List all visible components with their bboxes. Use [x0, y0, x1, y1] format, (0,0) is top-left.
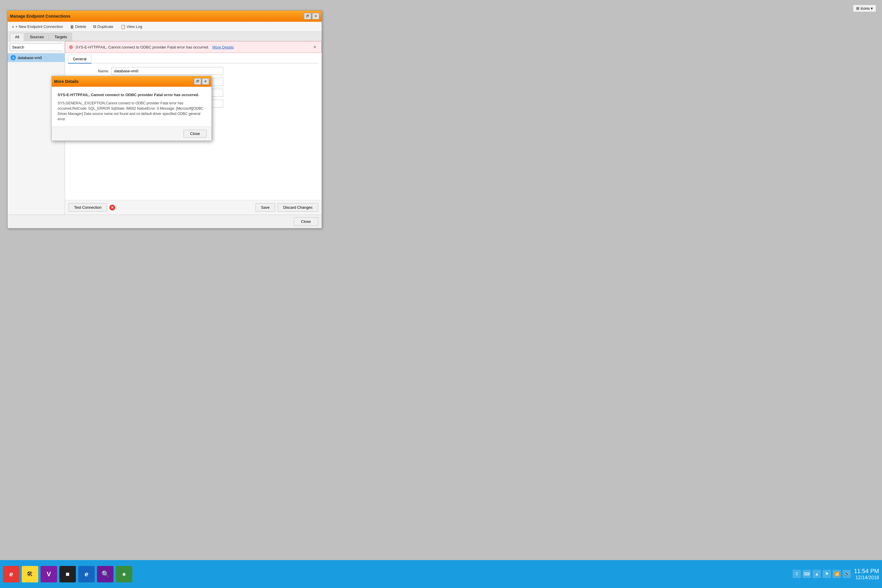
search-input[interactable]	[10, 44, 63, 51]
delete-button[interactable]: 🗑 Delete	[69, 24, 88, 30]
name-row: Name:	[68, 67, 319, 75]
duplicate-icon: ⧉	[93, 24, 96, 29]
test-connection-button[interactable]: Test Connection	[69, 203, 107, 212]
dialog-titlebar: More Details 🗗 ✕	[52, 76, 212, 87]
sys-icon-network: 📶	[832, 570, 841, 578]
connection-name: database-vm0	[18, 56, 42, 60]
window-controls: 🗗 ✕	[304, 13, 319, 20]
main-close-button[interactable]: Close	[294, 217, 318, 226]
search-box: 🔍	[10, 44, 62, 51]
restore-button[interactable]: 🗗	[304, 13, 311, 20]
titlebar: Manage Endpoint Connections 🗗 ✕	[8, 10, 322, 22]
error-banner: ⊗ SYS-E-HTTPFAIL, Cannot connect to ODBC…	[65, 41, 322, 53]
more-details-link[interactable]: More Details	[212, 45, 234, 50]
taskbar-icon-6[interactable]: ●	[116, 566, 132, 582]
bottom-buttons: Test Connection ✕ Save Discard Changes	[65, 200, 322, 214]
sys-icon-arrow: ▲	[813, 570, 821, 578]
plus-icon: +	[12, 24, 14, 29]
error-message: SYS-E-HTTPFAIL, Cannot connect to ODBC p…	[75, 45, 310, 50]
new-endpoint-button[interactable]: + + New Endpoint Connection	[10, 24, 64, 30]
taskbar-time: 11:54 PM 12/14/2018	[854, 567, 879, 581]
dialog-restore-icon: 🗗	[196, 80, 200, 84]
name-label: Name:	[68, 69, 109, 73]
dialog-close-icon: ✕	[204, 80, 207, 84]
grid-icon: ⊞	[856, 6, 860, 10]
dialog-error-title: SYS-E-HTTPFAIL, Cannot connect to ODBC p…	[58, 93, 206, 97]
dialog-content: SYS-E-HTTPFAIL, Cannot connect to ODBC p…	[52, 87, 212, 126]
dialog-footer: Close	[52, 126, 212, 141]
window-title: Manage Endpoint Connections	[10, 14, 304, 18]
connection-list-item[interactable]: ⊕ database-vm0	[8, 53, 64, 62]
dialog-close-x-button[interactable]: ✕	[202, 78, 209, 85]
taskbar-icon-3[interactable]: ■	[59, 566, 76, 582]
dialog-restore-button[interactable]: 🗗	[194, 78, 201, 85]
chevron-down-icon: ▾	[871, 6, 873, 10]
save-button[interactable]: Save	[255, 203, 276, 212]
close-icon: ✕	[314, 14, 317, 18]
delete-label: Delete	[75, 24, 86, 29]
section-tab-row: General	[68, 53, 319, 63]
sys-icons: ⠿ ⌨ ▲ ⚑ 📶 🔊	[793, 570, 851, 578]
tabs-row: All Sources Targets	[8, 32, 322, 41]
taskbar-icon-5[interactable]: 🔍	[97, 566, 114, 582]
viewlog-button[interactable]: 📋 View Log	[119, 24, 144, 30]
dialog-title: More Details	[54, 79, 194, 84]
tab-targets[interactable]: Targets	[50, 33, 72, 41]
new-endpoint-label: + New Endpoint Connection	[15, 24, 63, 29]
error-circle-icon: ⊗	[69, 44, 73, 50]
general-tab[interactable]: General	[68, 55, 92, 63]
test-connection-error-dot: ✕	[110, 205, 115, 210]
name-input[interactable]	[111, 67, 223, 75]
restore-icon: 🗗	[306, 14, 309, 18]
error-banner-close[interactable]: ✕	[312, 44, 318, 50]
delete-icon: 🗑	[70, 24, 74, 29]
taskbar-icon-1[interactable]: 🛠	[22, 566, 38, 582]
sys-icon-grid: ⠿	[793, 570, 801, 578]
dialog-close-button[interactable]: Close	[183, 130, 207, 138]
more-details-dialog: More Details 🗗 ✕ SYS-E-HTTPFAIL, Cannot …	[51, 76, 212, 141]
tab-all[interactable]: All	[10, 33, 24, 41]
date-display: 12/14/2018	[854, 575, 879, 581]
taskbar-icon-2[interactable]: V	[40, 566, 57, 582]
viewlog-label: View Log	[127, 24, 142, 29]
duplicate-label: Duplicate	[98, 24, 113, 29]
icons-view-button[interactable]: ⊞ Icons ▾	[853, 5, 876, 12]
connection-icon: ⊕	[10, 55, 16, 60]
taskbar-tray: ⠿ ⌨ ▲ ⚑ 📶 🔊 11:54 PM 12/14/2018	[793, 567, 879, 581]
duplicate-button[interactable]: ⧉ Duplicate	[92, 24, 114, 30]
dialog-error-body: SYS,GENERAL_EXCEPTION,Cannot connect to …	[58, 100, 206, 122]
taskbar: e 🛠 V ■ e 🔍 ● ⠿ ⌨ ▲ ⚑ 📶 🔊 11:54 PM 12/14…	[0, 560, 882, 588]
taskbar-icons: e 🛠 V ■ e 🔍 ●	[3, 566, 132, 582]
close-row: Close	[8, 214, 322, 228]
discard-button[interactable]: Discard Changes	[278, 203, 318, 212]
taskbar-icon-4[interactable]: e	[78, 566, 94, 582]
time-display: 11:54 PM	[854, 567, 879, 575]
icons-view-label: Icons	[861, 6, 870, 10]
close-window-button[interactable]: ✕	[312, 13, 319, 20]
toolbar: + + New Endpoint Connection 🗑 Delete ⧉ D…	[8, 22, 322, 32]
taskbar-icon-0[interactable]: e	[3, 566, 20, 582]
log-icon: 📋	[120, 24, 126, 29]
sys-icon-flag: ⚑	[823, 570, 831, 578]
tab-sources[interactable]: Sources	[25, 33, 49, 41]
sys-icon-speaker: 🔊	[843, 570, 851, 578]
dialog-controls: 🗗 ✕	[194, 78, 209, 85]
sys-icon-keyboard: ⌨	[802, 570, 811, 578]
